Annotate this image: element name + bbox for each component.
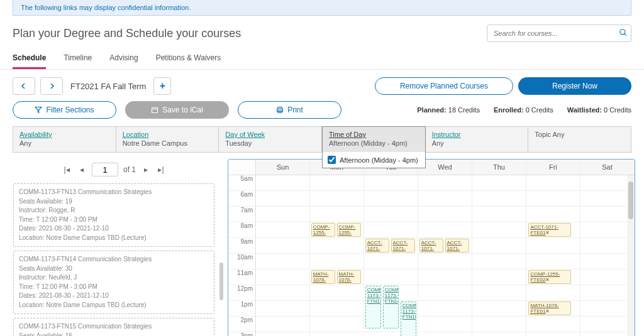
section-card[interactable]: COMM-1173-FTN13 Communication Strategies… [13,183,214,247]
daycol-mon: COMP-1255-FTE02✕ COMP-1255-FTE02✕ MATH-1… [310,175,364,336]
print-button[interactable]: Print [238,101,341,119]
filter-time[interactable]: Time of Day Afternoon (Midday - 4pm) Aft… [322,126,426,153]
pager-last-button[interactable]: ▸| [156,165,166,174]
filter-availability-label: Availability [19,131,109,138]
funnel-icon [35,106,42,114]
close-icon[interactable]: ✕ [436,251,441,252]
time-option-afternoon[interactable]: Afternoon (Midday - 4pm) [328,156,420,164]
filter-location[interactable]: Location Notre Dame Campus [116,126,219,153]
pager-next-button[interactable]: ▸ [141,165,151,174]
planned-value: 18 Credits [448,106,480,114]
section-card[interactable]: COMM-1173-FTN15 Communication Strategies… [13,318,214,336]
filter-bar: Availability Any Location Notre Dame Cam… [13,126,631,153]
calendar-view: Sun Mon Tue Wed Thu Fri Sat 5am 6am 7am … [228,159,635,336]
time-option-checkbox[interactable] [328,156,336,164]
next-term-button[interactable] [40,77,63,95]
close-icon[interactable]: ✕ [354,283,358,284]
filter-availability-value: Any [19,139,109,147]
pager-prev-button[interactable]: ◂ [77,165,87,174]
waitlisted-value: 0 Credits [604,106,631,114]
filter-instructor-value: Any [432,139,522,147]
event-math[interactable]: MATH-1078-FTE01✕ [311,270,335,284]
event-acctb-wed[interactable]: ACCT-1071-FTE01✕ [445,239,469,252]
event-comm13[interactable]: COMM-1173-FTN13 [365,286,382,328]
event-comp-fri[interactable]: COMP-1255-FTE02✕ [528,270,571,284]
search-input[interactable] [487,24,631,42]
register-now-button[interactable]: Register Now [518,77,631,95]
section-location: Location: Notre Dame Campus TBD (Lecture… [19,234,209,243]
close-icon[interactable]: ✕ [408,251,413,252]
event-comp1255[interactable]: COMP-1255-FTE02✕ [311,223,335,237]
event-comm14[interactable]: COMM-1173-FTN14 [383,286,399,328]
tab-advising[interactable]: Advising [109,48,138,69]
hour-label: 5am [228,175,255,191]
daycol-thu [472,175,526,336]
filter-time-value: Afternoon (Midday - 4pm) [329,139,419,147]
section-time: Time: T 12:00 PM - 3:00 PM [19,283,209,292]
close-icon[interactable]: ✕ [545,308,550,314]
hour-label: 11am [228,269,255,285]
day-header-sun: Sun [256,160,310,175]
hour-label: 6am [228,191,255,207]
save-ical-label: Save to iCal [162,106,203,114]
enrolled-value: 0 Credits [526,106,553,114]
event-acctb[interactable]: ACCT-1071-FTE01✕ [391,239,415,252]
pager-page-input[interactable] [92,163,118,176]
chevron-right-icon [48,83,55,89]
course-search[interactable] [487,24,631,42]
close-icon[interactable]: ✕ [545,230,550,236]
event-acct[interactable]: ACCT-1071-FTE01✕ [365,239,389,252]
event-math-fri[interactable]: MATH-1078-FTE01✕ [528,301,571,315]
add-term-button[interactable]: + [153,77,171,95]
hour-label: 7am [228,207,255,222]
tab-petitions[interactable]: Petitions & Waivers [156,48,221,69]
filter-location-label: Location [123,131,213,138]
chevron-left-icon [21,83,27,89]
filter-location-value: Notre Dame Campus [123,139,213,147]
filter-availability[interactable]: Availability Any [13,126,116,153]
section-instructor: Instructor: Neufeld, J [19,273,209,283]
section-dates: Dates: 2021-08-30 - 2021-12-10 [19,291,209,301]
daycol-wed: ACCT-1071-FTE01✕ ACCT-1071-FTE01✕ [418,175,472,336]
close-icon[interactable]: ✕ [462,251,467,252]
close-icon[interactable]: ✕ [545,277,550,283]
save-ical-button[interactable]: Save to iCal [125,101,229,119]
section-card[interactable]: COMM-1173-FTN14 Communication Strategies… [13,251,214,314]
filter-time-label: Time of Day [329,131,419,138]
filter-day[interactable]: Day of Week Tuesday [219,126,322,153]
credit-stats: Planned: 18 Credits Enrolled: 0 Credits … [417,106,631,114]
close-icon[interactable]: ✕ [382,251,387,252]
event-comm15[interactable]: COMM-1173-FTN15 [401,301,417,336]
tab-schedule[interactable]: Schedule [13,48,46,69]
close-icon[interactable]: ✕ [354,236,358,237]
event-comp1255b[interactable]: COMP-1255-FTE02✕ [337,223,361,237]
hour-label: 1pm [228,301,255,317]
time-option-label: Afternoon (Midday - 4pm) [340,156,418,164]
filter-topic[interactable]: Topic Any [528,126,631,153]
filter-instructor[interactable]: Instructor Any [426,126,529,153]
scrollbar-thumb[interactable] [628,182,633,219]
tab-timeline[interactable]: Timeline [64,48,92,69]
svg-marker-2 [35,107,42,113]
print-label: Print [287,106,303,114]
section-seats: Seats Available: 16 [19,332,209,337]
event-mathb[interactable]: MATH-1078-FTE01✕ [337,270,361,284]
calendar-scrollbar[interactable] [627,175,635,336]
section-title: COMM-1173-FTN14 Communication Strategies [19,255,209,264]
event-acct-wed[interactable]: ACCT-1071-FTE01✕ [419,239,443,252]
prev-term-button[interactable] [13,77,35,95]
filter-sections-button[interactable]: Filter Sections [13,101,116,119]
hour-label: 3pm [228,332,255,336]
time-column: 5am 6am 7am 8am 9am 10am 11am 12pm 1pm 2… [228,175,256,336]
daycol-sun [256,175,310,336]
close-icon[interactable]: ✕ [328,236,333,237]
panel-splitter[interactable] [219,159,224,336]
close-icon[interactable]: ✕ [328,283,333,284]
search-icon [619,28,628,37]
pager-of-label: of 1 [123,165,136,174]
filter-instructor-label: Instructor [432,131,522,138]
remove-planned-button[interactable]: Remove Planned Courses [375,77,513,95]
pager-first-button[interactable]: |◂ [62,165,72,174]
filter-day-value: Tuesday [225,139,315,147]
event-acct-fri[interactable]: ACCT-1071-FTE01✕ [528,223,571,237]
